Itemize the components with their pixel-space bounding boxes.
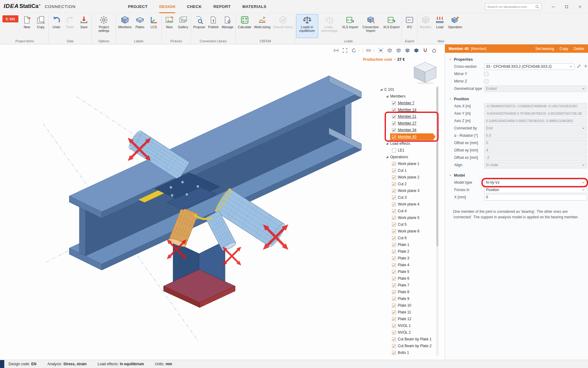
tree-item-member-27[interactable]: Member 27	[377, 120, 435, 127]
checkbox-checked[interactable]	[392, 223, 396, 227]
tree-item-plate-7[interactable]: Plate 7	[377, 282, 435, 289]
expander-icon[interactable]	[386, 95, 389, 98]
tree-item-plate-11[interactable]: Plate 11	[377, 309, 435, 316]
close-button[interactable]	[573, 0, 587, 13]
ribbon-button-undo[interactable]: Undo	[50, 14, 63, 38]
shaded-view-icon[interactable]	[404, 47, 411, 54]
tree-item-work-plane-5[interactable]: Work plane 5	[377, 214, 435, 221]
ribbon-button-xls-import[interactable]: XLSXLS Import	[341, 14, 360, 38]
set-bearing-button[interactable]: Set bearing	[535, 47, 554, 51]
explode-view-icon[interactable]	[377, 47, 384, 54]
section-header-properties[interactable]: Properties	[445, 55, 588, 63]
checkbox-checked[interactable]	[392, 115, 396, 119]
section-header-position[interactable]: Position	[445, 94, 588, 102]
ribbon-button-manage[interactable]: Manage	[221, 14, 235, 38]
checkbox-unchecked[interactable]	[392, 148, 396, 152]
ribbon-button-propose[interactable]: Propose	[192, 14, 206, 38]
tree-scrollbar[interactable]	[436, 86, 439, 356]
tree-item-member-21[interactable]: Member 21	[377, 113, 435, 120]
menu-tab-design[interactable]: DESIGN	[159, 0, 175, 13]
viewport-3d[interactable]: Production cost - 27 € C 101MembersMembe…	[0, 44, 445, 360]
project-item-badge[interactable]: C 101	[2, 15, 18, 22]
tree-item-cut-5[interactable]: Cut 5	[377, 221, 435, 228]
expander-icon[interactable]	[380, 88, 383, 91]
tree-item-plate-12[interactable]: Plate 12	[377, 316, 435, 322]
beam-member[interactable]	[69, 76, 361, 270]
menu-tab-report[interactable]: REPORT	[213, 0, 231, 13]
mirror-z-checkbox[interactable]	[484, 79, 488, 83]
tree-item-work-plane-6[interactable]: Work plane 6	[377, 228, 435, 235]
plus-icon[interactable]	[583, 64, 588, 70]
fit-width-icon[interactable]	[333, 47, 339, 54]
ribbon-button-publish[interactable]: Publish	[207, 14, 220, 38]
section-plane-icon[interactable]	[365, 47, 372, 54]
checkbox-checked[interactable]	[392, 263, 396, 267]
menu-tab-project[interactable]: PROJECT	[128, 0, 148, 13]
tree-item-work-plane-1[interactable]: Work plane 1	[377, 160, 435, 167]
search-input[interactable]	[485, 5, 535, 9]
mirror-y-checkbox[interactable]	[484, 72, 488, 76]
cross-section-select[interactable]: 33 - CFCHS48.3X3.2 (CFCHS48.3X3.2)	[484, 63, 575, 70]
menu-tab-check[interactable]: CHECK	[187, 0, 202, 13]
rotate-view-icon[interactable]	[350, 47, 357, 54]
hidden-line-view-icon[interactable]	[395, 47, 402, 54]
expander-icon[interactable]	[386, 142, 389, 145]
ribbon-button-operation[interactable]: Operation	[447, 14, 463, 38]
ribbon-button-connection-import[interactable]: Connection Import	[360, 14, 382, 38]
checkbox-checked[interactable]	[392, 128, 396, 132]
tree-item-le1[interactable]: LE1	[377, 147, 435, 154]
checkbox-checked[interactable]	[392, 209, 396, 213]
tree-item-cut-3[interactable]: Cut 3	[377, 194, 435, 201]
maximize-button[interactable]	[560, 0, 573, 13]
tree-item-plate-2[interactable]: Plate 2	[377, 248, 435, 255]
ribbon-button-gallery[interactable]: Gallery	[176, 14, 190, 38]
tree-item-plate-5[interactable]: Plate 5	[377, 268, 435, 275]
tree-item-nvol-2[interactable]: NVOL 2	[377, 329, 435, 336]
checkbox-checked[interactable]	[392, 250, 396, 254]
tree-item-member-40[interactable]: Member 40	[390, 133, 435, 140]
checkbox-checked[interactable]	[392, 196, 396, 200]
tree-item-plate-3[interactable]: Plate 3	[377, 255, 435, 262]
tree-item-work-plane-2[interactable]: Work plane 2	[377, 174, 435, 181]
checkbox-checked[interactable]	[392, 175, 396, 179]
tree-item-bolts-1[interactable]: Bolts 1	[377, 349, 435, 356]
ribbon-button-project-settings[interactable]: Project settings	[93, 14, 115, 38]
ribbon-button-calculate[interactable]: Calculate	[237, 14, 253, 38]
tree-item-cut-6[interactable]: Cut 6	[377, 235, 435, 241]
tree-item-members[interactable]: Members	[377, 93, 435, 100]
checkbox-checked[interactable]	[392, 324, 396, 328]
tree-item-plate-1[interactable]: Plate 1	[377, 241, 435, 248]
checkbox-checked[interactable]	[392, 297, 396, 301]
checkbox-checked[interactable]	[392, 351, 396, 355]
minimize-button[interactable]	[546, 0, 560, 13]
checkbox-checked[interactable]	[392, 290, 396, 294]
checkbox-checked[interactable]	[392, 229, 396, 233]
ribbon-button-new[interactable]: New	[163, 14, 176, 38]
menu-tab-materials[interactable]: MATERIALS	[242, 0, 266, 13]
checkbox-checked[interactable]	[392, 202, 396, 206]
ribbon-button-save[interactable]: Save	[77, 14, 91, 38]
checkbox-checked[interactable]	[392, 270, 396, 274]
checkbox-checked[interactable]	[392, 331, 396, 335]
ribbon-button-lcs[interactable]: LCS	[147, 14, 160, 38]
tree-item-plate-10[interactable]: Plate 10	[377, 302, 435, 309]
expander-icon[interactable]	[386, 155, 389, 159]
checkbox-checked[interactable]	[392, 169, 396, 173]
solid-view-icon[interactable]	[413, 47, 420, 54]
tree-item-work-plane-3[interactable]: Work plane 3	[377, 187, 435, 194]
chevron-down-icon[interactable]	[358, 49, 360, 52]
tree-item-load-effects[interactable]: Load effects	[377, 140, 435, 147]
checkbox-checked[interactable]	[392, 108, 396, 112]
checkbox-checked[interactable]	[392, 182, 396, 186]
checkbox-checked[interactable]	[392, 162, 396, 166]
checkbox-checked[interactable]	[392, 135, 396, 139]
tree-item-member-34[interactable]: Member 34	[377, 127, 435, 133]
tree-item-work-plane-4[interactable]: Work plane 4	[377, 201, 435, 208]
ribbon-button-xls-export[interactable]: XLSXLS Export	[382, 14, 401, 38]
tree-item-cut-beam-by-plate-1[interactable]: Cut Beam by Plate 1	[377, 336, 435, 343]
tree-item-cut-2[interactable]: Cut 2	[377, 181, 435, 187]
tree-scrollbar-thumb[interactable]	[436, 87, 438, 246]
checkbox-checked[interactable]	[392, 243, 396, 247]
tree-item-cut-1[interactable]: Cut 1	[377, 167, 435, 174]
pencil-icon[interactable]	[577, 64, 581, 70]
